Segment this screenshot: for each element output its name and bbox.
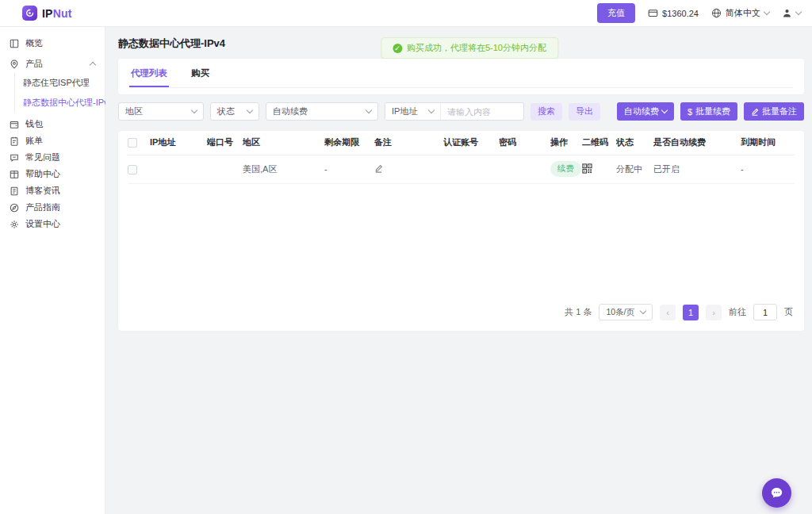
chat-fab-button[interactable]: [762, 478, 791, 508]
wallet-icon: [10, 120, 19, 129]
overview-icon: [10, 39, 19, 48]
top-header: IPNut 充值 $1360.24 简体中文: [0, 0, 812, 27]
chevron-down-icon: [764, 9, 770, 15]
bill-icon: [10, 136, 19, 146]
balance-amount: $1360.24: [662, 9, 699, 18]
globe-icon: [711, 8, 722, 18]
success-check-icon: ✓: [393, 44, 402, 53]
chevron-down-icon: [247, 107, 253, 113]
region-select[interactable]: 地区: [118, 102, 204, 121]
dollar-icon: $: [688, 107, 692, 117]
chevron-down-icon: [795, 9, 802, 15]
recharge-button[interactable]: 充值: [597, 3, 635, 23]
note-edit-icon[interactable]: [374, 164, 383, 175]
sidebar-item-product-guide[interactable]: 产品指南: [0, 199, 105, 216]
chevron-down-icon: [191, 107, 197, 113]
sidebar-item-bills[interactable]: 账单: [0, 132, 105, 149]
language-label: 简体中文: [726, 7, 760, 19]
next-page-button[interactable]: ›: [706, 305, 722, 320]
row-checkbox[interactable]: [128, 165, 137, 175]
pagination: 共 1 条 10条/页 ‹ 1 › 前往 页: [128, 297, 795, 331]
auto-renew-dropdown-button[interactable]: 自动续费: [617, 102, 674, 121]
goto-suffix: 页: [784, 306, 793, 318]
renew-button[interactable]: 续费: [550, 161, 581, 177]
wallet-icon: [648, 8, 658, 18]
chevron-down-icon: [640, 308, 646, 314]
cell-port: [207, 155, 243, 183]
auto-renew-select[interactable]: 自动续费: [266, 102, 378, 121]
cell-password: [499, 155, 550, 183]
logo-swirl-icon: [22, 6, 37, 21]
cell-expire-time: -: [741, 155, 795, 183]
guide-icon: [10, 203, 19, 213]
chevron-up-icon: [90, 62, 96, 68]
page-size-select[interactable]: 10条/页: [599, 304, 653, 320]
proxy-table-card: IP地址 端口号 地区 剩余期限 备注 认证账号 密码 操作 二维码 状态 是否…: [118, 131, 804, 331]
tab-buy[interactable]: 购买: [190, 59, 211, 87]
chevron-down-icon: [661, 107, 668, 113]
bulk-renew-button[interactable]: $批量续费: [680, 102, 737, 121]
tabs-card: 代理列表 购买: [118, 59, 804, 94]
app-logo[interactable]: IPNut: [22, 6, 72, 21]
sidebar-item-static-datacenter-ipv4[interactable]: 静态数据中心代理-IPv4: [15, 93, 105, 113]
faq-icon: [10, 153, 19, 163]
gear-icon: [10, 220, 19, 229]
wallet-balance[interactable]: $1360.24: [648, 8, 699, 18]
sidebar-item-faq[interactable]: 常见问题: [0, 149, 105, 166]
cell-remaining: -: [324, 155, 374, 183]
search-type-select[interactable]: IP地址: [385, 103, 441, 120]
chevron-down-icon: [366, 107, 372, 113]
search-input[interactable]: [441, 107, 523, 117]
qrcode-icon[interactable]: [582, 163, 592, 175]
current-page-button[interactable]: 1: [683, 305, 699, 320]
table-header-row: IP地址 端口号 地区 剩余期限 备注 认证账号 密码 操作 二维码 状态 是否…: [128, 131, 795, 155]
bulk-note-button[interactable]: 批量备注: [744, 102, 804, 121]
search-field-group: IP地址: [385, 102, 524, 121]
goto-page-input[interactable]: [753, 304, 777, 320]
main-content: ✓ 购买成功，代理将在5-10分钟内分配 静态数据中心代理-IPv4 代理列表 …: [105, 27, 812, 514]
cell-ip: [150, 155, 207, 183]
cell-auto-renew: 已开启: [653, 155, 741, 183]
search-button[interactable]: 搜索: [530, 103, 562, 121]
tab-proxy-list[interactable]: 代理列表: [129, 59, 169, 87]
select-all-checkbox[interactable]: [128, 138, 137, 148]
chat-bubble-icon: [769, 485, 784, 501]
help-icon: [10, 170, 19, 179]
status-select[interactable]: 状态: [210, 102, 259, 121]
sidebar-item-blog[interactable]: 博客资讯: [0, 182, 105, 199]
export-button[interactable]: 导出: [569, 103, 600, 121]
sidebar-item-wallet[interactable]: 钱包: [0, 116, 105, 132]
sidebar: 概览 产品 静态住宅ISP代理 静态数据中心代理-IPv4 钱包 账单 常见问题…: [0, 27, 105, 514]
toast-message: 购买成功，代理将在5-10分钟内分配: [407, 42, 546, 54]
table-row: 美国,A区 - 续费: [128, 155, 795, 183]
products-submenu: 静态住宅ISP代理 静态数据中心代理-IPv4: [14, 73, 105, 113]
language-switcher[interactable]: 简体中文: [711, 7, 769, 19]
blog-icon: [10, 186, 19, 196]
sidebar-item-overview[interactable]: 概览: [0, 35, 105, 52]
products-icon: [10, 59, 19, 69]
user-icon: [782, 8, 792, 18]
cell-account: [443, 155, 499, 183]
filter-toolbar: 地区 状态 自动续费 IP地址 搜索 导出 自动续费 $批量续费: [118, 102, 804, 121]
sidebar-item-settings[interactable]: 设置中心: [0, 216, 105, 232]
cell-status: 分配中: [616, 155, 653, 183]
sidebar-item-products[interactable]: 产品: [0, 56, 105, 72]
edit-icon: [751, 108, 759, 116]
pagination-total: 共 1 条: [565, 306, 592, 318]
chevron-down-icon: [428, 107, 435, 113]
cell-region: 美国,A区: [243, 155, 324, 183]
prev-page-button[interactable]: ‹: [660, 305, 676, 320]
sidebar-item-help-center[interactable]: 帮助中心: [0, 166, 105, 182]
proxy-table: IP地址 端口号 地区 剩余期限 备注 认证账号 密码 操作 二维码 状态 是否…: [128, 131, 795, 184]
goto-prefix: 前往: [729, 306, 746, 318]
logo-text: IPNut: [42, 7, 72, 20]
sidebar-item-static-residential-isp[interactable]: 静态住宅ISP代理: [15, 73, 105, 93]
user-menu[interactable]: [782, 8, 801, 18]
success-toast: ✓ 购买成功，代理将在5-10分钟内分配: [381, 37, 558, 59]
